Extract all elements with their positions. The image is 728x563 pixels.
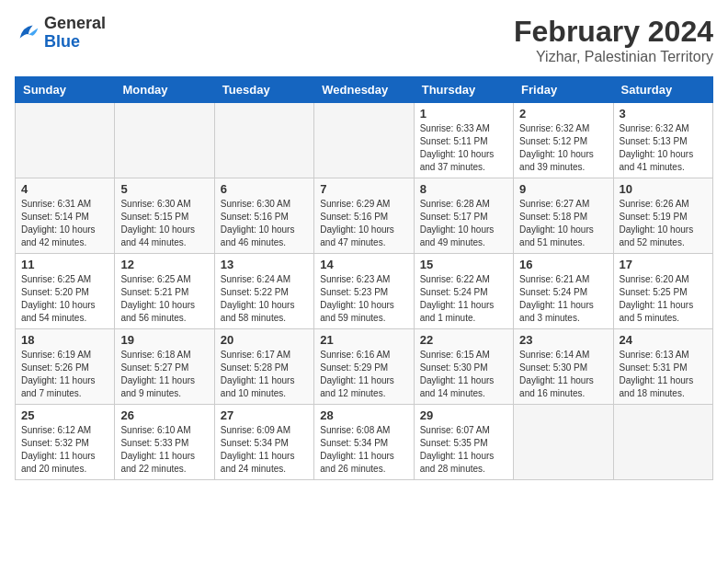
calendar-day-cell: 26Sunrise: 6:10 AM Sunset: 5:33 PM Dayli… (115, 405, 214, 480)
day-number: 4 (21, 182, 108, 196)
day-number: 25 (21, 408, 108, 422)
calendar-week-row: 18Sunrise: 6:19 AM Sunset: 5:26 PM Dayli… (16, 329, 713, 405)
day-info: Sunrise: 6:32 AM Sunset: 5:12 PM Dayligh… (519, 122, 607, 174)
calendar-week-row: 1Sunrise: 6:33 AM Sunset: 5:11 PM Daylig… (16, 103, 713, 178)
day-info: Sunrise: 6:17 AM Sunset: 5:28 PM Dayligh… (221, 349, 308, 400)
day-number: 1 (420, 107, 507, 121)
day-info: Sunrise: 6:09 AM Sunset: 5:34 PM Dayligh… (221, 424, 308, 476)
logo-text: General Blue (44, 15, 106, 52)
calendar-day-cell: 1Sunrise: 6:33 AM Sunset: 5:11 PM Daylig… (414, 103, 513, 178)
day-info: Sunrise: 6:32 AM Sunset: 5:13 PM Dayligh… (620, 122, 707, 174)
day-info: Sunrise: 6:25 AM Sunset: 5:21 PM Dayligh… (120, 273, 208, 325)
page-header: General Blue February 2024 Yizhar, Pales… (15, 15, 713, 65)
day-info: Sunrise: 6:33 AM Sunset: 5:11 PM Dayligh… (420, 122, 507, 174)
day-info: Sunrise: 6:10 AM Sunset: 5:33 PM Dayligh… (120, 424, 208, 476)
calendar-day-header: Thursday (414, 77, 513, 103)
day-info: Sunrise: 6:22 AM Sunset: 5:24 PM Dayligh… (420, 273, 507, 325)
calendar-day-header: Tuesday (214, 77, 313, 103)
day-number: 17 (620, 258, 707, 271)
day-number: 14 (320, 258, 407, 271)
day-info: Sunrise: 6:23 AM Sunset: 5:23 PM Dayligh… (320, 273, 407, 325)
day-number: 20 (221, 333, 308, 347)
logo: General Blue (15, 15, 106, 52)
title-area: February 2024 Yizhar, Palestinian Territ… (514, 15, 713, 65)
calendar-day-cell: 15Sunrise: 6:22 AM Sunset: 5:24 PM Dayli… (414, 254, 513, 329)
day-number: 23 (519, 333, 607, 347)
day-info: Sunrise: 6:14 AM Sunset: 5:30 PM Dayligh… (519, 349, 607, 400)
calendar-day-cell: 27Sunrise: 6:09 AM Sunset: 5:34 PM Dayli… (214, 405, 313, 480)
logo-blue: Blue (44, 32, 80, 51)
day-info: Sunrise: 6:26 AM Sunset: 5:19 PM Dayligh… (620, 198, 707, 249)
calendar-day-cell: 6Sunrise: 6:30 AM Sunset: 5:16 PM Daylig… (214, 178, 313, 254)
day-info: Sunrise: 6:16 AM Sunset: 5:29 PM Dayligh… (320, 349, 407, 400)
page-subtitle: Yizhar, Palestinian Territory (514, 49, 713, 65)
calendar-day-cell: 24Sunrise: 6:13 AM Sunset: 5:31 PM Dayli… (613, 329, 712, 405)
calendar-day-cell: 22Sunrise: 6:15 AM Sunset: 5:30 PM Dayli… (414, 329, 513, 405)
calendar-day-cell: 10Sunrise: 6:26 AM Sunset: 5:19 PM Dayli… (613, 178, 712, 254)
day-number: 15 (420, 258, 507, 271)
calendar-day-cell: 21Sunrise: 6:16 AM Sunset: 5:29 PM Dayli… (314, 329, 414, 405)
day-number: 19 (120, 333, 208, 347)
day-number: 8 (420, 182, 507, 196)
day-number: 2 (519, 107, 607, 121)
calendar-day-cell: 19Sunrise: 6:18 AM Sunset: 5:27 PM Dayli… (115, 329, 214, 405)
calendar-day-cell: 29Sunrise: 6:07 AM Sunset: 5:35 PM Dayli… (414, 405, 513, 480)
calendar-day-cell: 23Sunrise: 6:14 AM Sunset: 5:30 PM Dayli… (514, 329, 613, 405)
calendar-day-cell: 9Sunrise: 6:27 AM Sunset: 5:18 PM Daylig… (514, 178, 613, 254)
day-number: 29 (420, 408, 507, 422)
day-info: Sunrise: 6:19 AM Sunset: 5:26 PM Dayligh… (21, 349, 108, 400)
calendar-day-cell: 12Sunrise: 6:25 AM Sunset: 5:21 PM Dayli… (115, 254, 214, 329)
calendar-week-row: 11Sunrise: 6:25 AM Sunset: 5:20 PM Dayli… (16, 254, 713, 329)
calendar-day-header: Sunday (16, 77, 115, 103)
calendar-day-cell (514, 405, 613, 480)
calendar-day-cell: 20Sunrise: 6:17 AM Sunset: 5:28 PM Dayli… (214, 329, 313, 405)
calendar-day-cell: 11Sunrise: 6:25 AM Sunset: 5:20 PM Dayli… (16, 254, 115, 329)
day-number: 12 (120, 258, 208, 271)
calendar-day-cell: 16Sunrise: 6:21 AM Sunset: 5:24 PM Dayli… (514, 254, 613, 329)
day-number: 5 (120, 182, 208, 196)
day-number: 16 (519, 258, 607, 271)
calendar-day-header: Friday (514, 77, 613, 103)
calendar-day-header: Monday (115, 77, 214, 103)
day-info: Sunrise: 6:15 AM Sunset: 5:30 PM Dayligh… (420, 349, 507, 400)
day-info: Sunrise: 6:12 AM Sunset: 5:32 PM Dayligh… (21, 424, 108, 476)
day-info: Sunrise: 6:30 AM Sunset: 5:15 PM Dayligh… (120, 198, 208, 249)
logo-general: General (44, 14, 106, 32)
calendar-week-row: 4Sunrise: 6:31 AM Sunset: 5:14 PM Daylig… (16, 178, 713, 254)
day-info: Sunrise: 6:07 AM Sunset: 5:35 PM Dayligh… (420, 424, 507, 476)
day-info: Sunrise: 6:08 AM Sunset: 5:34 PM Dayligh… (320, 424, 407, 476)
page-title: February 2024 (514, 15, 713, 49)
day-number: 22 (420, 333, 507, 347)
day-number: 6 (221, 182, 308, 196)
day-number: 24 (620, 333, 707, 347)
day-number: 26 (120, 408, 208, 422)
day-number: 13 (221, 258, 308, 271)
calendar-day-cell: 4Sunrise: 6:31 AM Sunset: 5:14 PM Daylig… (16, 178, 115, 254)
day-number: 9 (519, 182, 607, 196)
day-info: Sunrise: 6:30 AM Sunset: 5:16 PM Dayligh… (221, 198, 308, 249)
day-info: Sunrise: 6:21 AM Sunset: 5:24 PM Dayligh… (519, 273, 607, 325)
day-number: 21 (320, 333, 407, 347)
calendar-day-cell: 25Sunrise: 6:12 AM Sunset: 5:32 PM Dayli… (16, 405, 115, 480)
day-number: 28 (320, 408, 407, 422)
calendar-day-cell: 18Sunrise: 6:19 AM Sunset: 5:26 PM Dayli… (16, 329, 115, 405)
day-info: Sunrise: 6:27 AM Sunset: 5:18 PM Dayligh… (519, 198, 607, 249)
calendar-day-cell (115, 103, 214, 178)
logo-bird-icon (15, 20, 40, 46)
day-info: Sunrise: 6:31 AM Sunset: 5:14 PM Dayligh… (21, 198, 108, 249)
calendar-day-cell: 3Sunrise: 6:32 AM Sunset: 5:13 PM Daylig… (613, 103, 712, 178)
day-info: Sunrise: 6:20 AM Sunset: 5:25 PM Dayligh… (620, 273, 707, 325)
calendar-day-cell: 14Sunrise: 6:23 AM Sunset: 5:23 PM Dayli… (314, 254, 414, 329)
calendar-day-cell (16, 103, 115, 178)
calendar-day-cell: 5Sunrise: 6:30 AM Sunset: 5:15 PM Daylig… (115, 178, 214, 254)
day-number: 18 (21, 333, 108, 347)
calendar-day-cell (314, 103, 414, 178)
day-info: Sunrise: 6:18 AM Sunset: 5:27 PM Dayligh… (120, 349, 208, 400)
calendar-day-cell: 13Sunrise: 6:24 AM Sunset: 5:22 PM Dayli… (214, 254, 313, 329)
calendar-day-cell: 17Sunrise: 6:20 AM Sunset: 5:25 PM Dayli… (613, 254, 712, 329)
day-number: 11 (21, 258, 108, 271)
calendar-day-header: Wednesday (314, 77, 414, 103)
day-info: Sunrise: 6:29 AM Sunset: 5:16 PM Dayligh… (320, 198, 407, 249)
day-info: Sunrise: 6:24 AM Sunset: 5:22 PM Dayligh… (221, 273, 308, 325)
day-info: Sunrise: 6:28 AM Sunset: 5:17 PM Dayligh… (420, 198, 507, 249)
